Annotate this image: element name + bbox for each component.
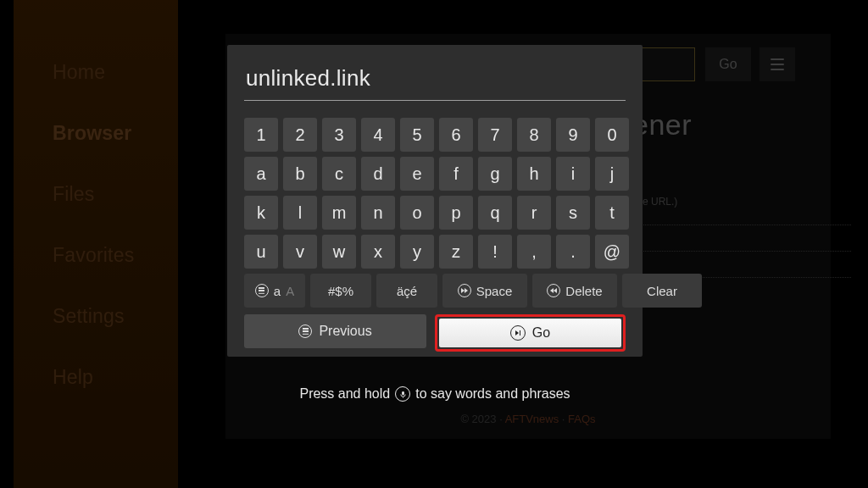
key-v[interactable]: v (283, 235, 317, 269)
rewind-circle-icon (547, 284, 560, 297)
key-m[interactable]: m (322, 196, 356, 230)
delete-key[interactable]: Delete (532, 274, 617, 308)
onscreen-keyboard: unlinked.link 1234567890abcdefghijklmnop… (227, 45, 643, 357)
key-4[interactable]: 4 (361, 118, 395, 152)
key-r[interactable]: r (517, 196, 551, 230)
key-g[interactable]: g (478, 157, 512, 191)
hint-suffix: to say words and phrases (415, 386, 570, 402)
key-t[interactable]: t (595, 196, 629, 230)
key-0[interactable]: 0 (595, 118, 629, 152)
key-8[interactable]: 8 (517, 118, 551, 152)
key-5[interactable]: 5 (400, 118, 434, 152)
key-u[interactable]: u (244, 235, 278, 269)
key-f[interactable]: f (439, 157, 473, 191)
key-w[interactable]: w (322, 235, 356, 269)
key-b[interactable]: b (283, 157, 317, 191)
keyboard-voice-hint: Press and hold to say words and phrases (227, 386, 643, 402)
key-x[interactable]: x (361, 235, 395, 269)
key-9[interactable]: 9 (556, 118, 590, 152)
keyboard-input-area[interactable]: unlinked.link (244, 60, 626, 106)
key-h[interactable]: h (517, 157, 551, 191)
shift-key[interactable]: aA (244, 274, 305, 308)
key-e[interactable]: e (400, 157, 434, 191)
delete-label: Delete (565, 284, 602, 298)
fast-forward-circle-icon (458, 284, 471, 297)
key-3[interactable]: 3 (322, 118, 356, 152)
key-,[interactable]: , (517, 235, 551, 269)
key-![interactable]: ! (478, 235, 512, 269)
hint-prefix: Press and hold (299, 386, 390, 402)
key-6[interactable]: 6 (439, 118, 473, 152)
space-label: Space (476, 284, 513, 298)
space-key[interactable]: Space (442, 274, 527, 308)
key-l[interactable]: l (283, 196, 317, 230)
symbols-key[interactable]: #$% (310, 274, 371, 308)
svg-rect-0 (402, 391, 404, 395)
key-.[interactable]: . (556, 235, 590, 269)
key-o[interactable]: o (400, 196, 434, 230)
key-a[interactable]: a (244, 157, 278, 191)
key-n[interactable]: n (361, 196, 395, 230)
key-j[interactable]: j (595, 157, 629, 191)
keyboard-input-text: unlinked.link (244, 60, 626, 98)
key-@[interactable]: @ (595, 235, 629, 269)
microphone-circle-icon (395, 386, 410, 402)
previous-button[interactable]: Previous (244, 314, 426, 348)
play-pause-circle-icon (510, 325, 526, 341)
key-7[interactable]: 7 (478, 118, 512, 152)
key-z[interactable]: z (439, 235, 473, 269)
shift-lower-label: a (274, 284, 281, 298)
key-y[interactable]: y (400, 235, 434, 269)
accents-key[interactable]: äçé (376, 274, 437, 308)
key-d[interactable]: d (361, 157, 395, 191)
key-2[interactable]: 2 (283, 118, 317, 152)
previous-label: Previous (319, 324, 371, 339)
go-button[interactable]: Go (439, 319, 621, 347)
shift-upper-label: A (286, 284, 294, 298)
menu-circle-icon (298, 324, 312, 338)
key-p[interactable]: p (439, 196, 473, 230)
go-button-highlight: Go (435, 314, 626, 352)
key-1[interactable]: 1 (244, 118, 278, 152)
key-i[interactable]: i (556, 157, 590, 191)
key-k[interactable]: k (244, 196, 278, 230)
menu-circle-icon (255, 284, 269, 297)
keyboard-input-underline (244, 100, 626, 101)
key-q[interactable]: q (478, 196, 512, 230)
key-c[interactable]: c (322, 157, 356, 191)
go-label: Go (532, 325, 550, 341)
clear-key[interactable]: Clear (622, 274, 702, 308)
key-s[interactable]: s (556, 196, 590, 230)
